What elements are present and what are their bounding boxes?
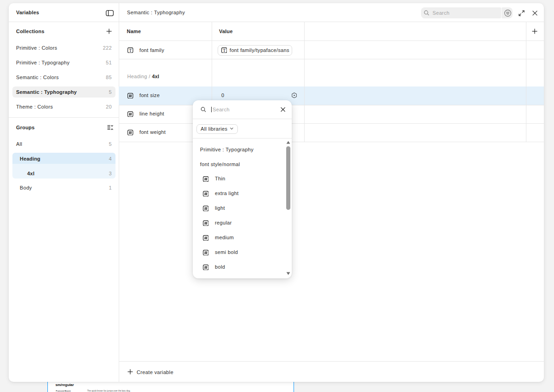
- svg-text:T: T: [223, 47, 226, 52]
- svg-text:T: T: [129, 47, 132, 52]
